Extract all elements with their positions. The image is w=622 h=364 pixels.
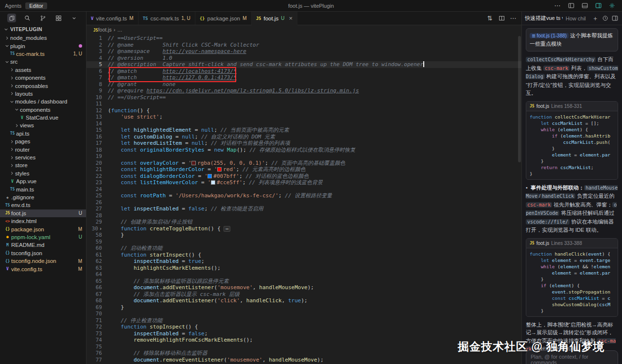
code-line-21[interactable]: 21 const highlightBorderColor = 'red'; /… [86, 166, 521, 173]
code-line-67[interactable]: 67 // 添加点击监听器以显示 csc-mark 层级 [86, 291, 521, 298]
code-line-11[interactable]: 11 [86, 101, 521, 107]
tree-item-tsconfig.json[interactable]: {}tsconfig.json [0, 249, 86, 257]
code-line-68[interactable]: 68 document.addEventListener('click', ha… [86, 297, 521, 304]
code-line-8[interactable]: 8// @grant none [86, 81, 521, 88]
layout-bottom-icon[interactable] [580, 1, 589, 10]
more-icon[interactable]: ⋯ [509, 14, 518, 23]
editor-tab-foot.js[interactable]: JSfoot.jsU× [252, 12, 297, 25]
code-line-65[interactable]: 65 // 添加鼠标移动监听器以跟踪悬停元素 [86, 278, 521, 285]
code-line-70[interactable]: 70 [86, 311, 521, 317]
code-line-25[interactable]: 25 const rootPath = '/Users/hawkgao/work… [86, 192, 521, 199]
code-line-28[interactable]: 28 [86, 212, 521, 219]
code-line-5[interactable]: 5// @description Capture shift-click and… [86, 61, 521, 68]
code-line-72[interactable]: 72 function stopInspect() { [86, 324, 521, 330]
breadcrumb-file[interactable]: JSfoot.js [93, 27, 112, 33]
tree-item-composables[interactable]: composables [0, 82, 86, 89]
code-line-18[interactable]: 18 const originalBorderStyles = new Map(… [86, 147, 521, 154]
tree-item-layouts[interactable]: layouts [0, 90, 86, 98]
code-area[interactable]: 1// ==UserScript==2// @name Shift Click … [86, 34, 521, 364]
code-line-58[interactable]: 58 } [86, 232, 521, 239]
code-line-17[interactable]: 17 let hoveredListItem = null; // 对话框中当前… [86, 140, 521, 147]
code-line-2[interactable]: 2// @name Shift Click CSC-Mark Collector [86, 42, 521, 49]
code-line-62[interactable]: 62 inspectEnabled = true; [86, 258, 521, 265]
code-line-26[interactable]: 26 [86, 199, 521, 206]
explorer-section-header[interactable]: VITEPLUGIN [0, 24, 86, 34]
file-reference-chip[interactable]: ≣foot.js (1-388) [530, 33, 569, 38]
tree-item-csc-mark.ts[interactable]: TScsc-mark.ts1, U [0, 50, 86, 58]
tree-item-styles[interactable]: styles [0, 170, 86, 177]
tree-item-vite.config.ts[interactable]: Vvite.config.tsM [0, 265, 86, 273]
code-line-74[interactable]: 74 removeHighlightFromCscMarkElements(); [86, 337, 521, 344]
chat-tab-1[interactable]: 快速搭建vue ts vit [525, 15, 563, 22]
tree-item-components[interactable]: components [0, 74, 86, 82]
code-line-10[interactable]: 10// ==/UserScript== [86, 94, 521, 101]
code-line-14[interactable]: 14 [86, 121, 521, 127]
layout-right-icon[interactable] [610, 14, 619, 23]
swap-icon[interactable]: ⇅ [485, 14, 494, 23]
tree-item-api.ts[interactable]: TSapi.ts [0, 130, 86, 138]
search-icon[interactable] [23, 14, 32, 22]
fold-chevron-icon[interactable]: › [99, 225, 102, 232]
branch-icon[interactable] [38, 14, 47, 22]
tree-item-modules / dashboard[interactable]: modules / dashboard [0, 98, 86, 105]
code-line-61[interactable]: 61 function startInspect() { [86, 252, 521, 259]
tree-item-main.ts[interactable]: TSmain.ts [0, 185, 86, 193]
code-line-64[interactable]: 64 [86, 271, 521, 278]
tree-item-App.vue[interactable]: VApp.vue [0, 177, 86, 185]
tree-item-components[interactable]: components [0, 106, 86, 114]
code-line-77[interactable]: 77 document.removeEventListener('mousemo… [86, 357, 521, 364]
code-line-27[interactable]: 27 let inspectEnabled = false; // 检查功能是否… [86, 206, 521, 212]
files-icon[interactable] [7, 14, 16, 22]
tree-item-package.json[interactable]: {}package.jsonM [0, 225, 86, 233]
chev-icon[interactable] [70, 14, 79, 22]
clock-icon[interactable] [601, 14, 609, 23]
code-line-76[interactable]: 76 // 移除鼠标移动和点击监听器 [86, 350, 521, 357]
tree-item-.gitignore[interactable]: ◆.gitignore [0, 193, 86, 201]
editor-tab-vite.config.ts[interactable]: Vvite.config.tsM [86, 12, 138, 25]
code-line-6[interactable]: 6// @match http://localhost:4173/* [86, 68, 521, 75]
tree-item-pages[interactable]: pages [0, 138, 86, 145]
gear-icon[interactable] [607, 1, 616, 10]
code-line-29[interactable]: 29 // 创建并添加启动/停止按钮 [86, 219, 521, 225]
layout-left-icon[interactable] [567, 1, 575, 10]
code-line-66[interactable]: 66 document.addEventListener('mousemove'… [86, 284, 521, 291]
code-line-16[interactable]: 16 let customDialog = null; // 自定义对话框的 D… [86, 134, 521, 140]
editor-tab-package.json[interactable]: {}package.jsonM [195, 12, 252, 25]
grid-icon[interactable] [54, 14, 63, 22]
code-line-13[interactable]: 13 'use strict'; [86, 114, 521, 121]
editor-tab-csc-mark.ts[interactable]: TScsc-mark.ts1, U [138, 12, 195, 25]
editor-scrollbar[interactable] [518, 36, 521, 162]
editor-mode-tab[interactable]: Editor [25, 2, 47, 9]
code-card-header[interactable]: JSfoot.jsLines 333-388 [526, 239, 618, 248]
code-line-24[interactable]: 24 [86, 186, 521, 193]
layout-right-icon[interactable] [594, 1, 603, 10]
plus-icon[interactable]: ＋ [591, 14, 600, 23]
tree-item-assets[interactable]: assets [0, 66, 86, 74]
code-line-73[interactable]: 73 inspectEnabled = false; [86, 330, 521, 337]
code-line-19[interactable]: 19 [86, 153, 521, 160]
tree-item-src[interactable]: src [0, 58, 86, 66]
code-line-15[interactable]: 15 let highlightedElement = null; // 当前页… [86, 127, 521, 134]
code-line-63[interactable]: 63 highlightCscMarkElements(); [86, 265, 521, 272]
tree-item-router[interactable]: router [0, 145, 86, 153]
chat-tab-2[interactable]: How chil [566, 16, 586, 21]
breadcrumb[interactable]: JSfoot.js › … [86, 25, 521, 34]
tree-item-store[interactable]: store [0, 161, 86, 169]
split-icon[interactable] [497, 14, 506, 23]
code-line-3[interactable]: 3// @namespace http://your-namespace-her… [86, 48, 521, 55]
tree-item-pnpm-lock.yaml[interactable]: ●pnpm-lock.yamlU [0, 233, 86, 241]
code-line-59[interactable]: 59 [86, 239, 521, 245]
code-line-22[interactable]: 22 const dialogBorderColor = '#007bff'; … [86, 173, 521, 180]
tree-item-tsconfig.node.json[interactable]: {}tsconfig.node.jsonM [0, 257, 86, 265]
tree-item-env.d.ts[interactable]: TSenv.d.ts [0, 201, 86, 209]
tree-item-services[interactable]: services [0, 154, 86, 161]
breadcrumb-more[interactable]: … [117, 27, 122, 33]
code-line-69[interactable]: 69 } [86, 304, 521, 311]
tree-item-views[interactable]: views [0, 121, 86, 129]
code-line-4[interactable]: 4// @version 1.0 [86, 55, 521, 62]
tree-item-node_modules[interactable]: node_modules [0, 34, 86, 42]
code-line-75[interactable]: 75 [86, 344, 521, 350]
code-line-7[interactable]: 7// @match http://127.0.0.1:4173/* [86, 74, 521, 81]
code-line-1[interactable]: 1// ==UserScript== [86, 35, 521, 42]
agents-mode-tab[interactable]: Agents [5, 3, 21, 9]
